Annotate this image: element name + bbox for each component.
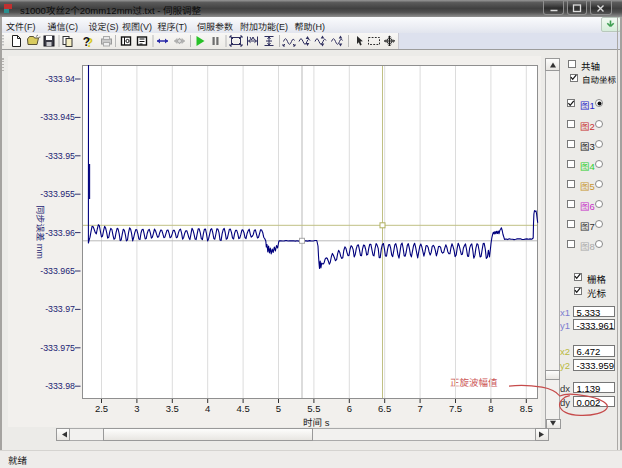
svg-text:?: ? [83, 35, 90, 49]
